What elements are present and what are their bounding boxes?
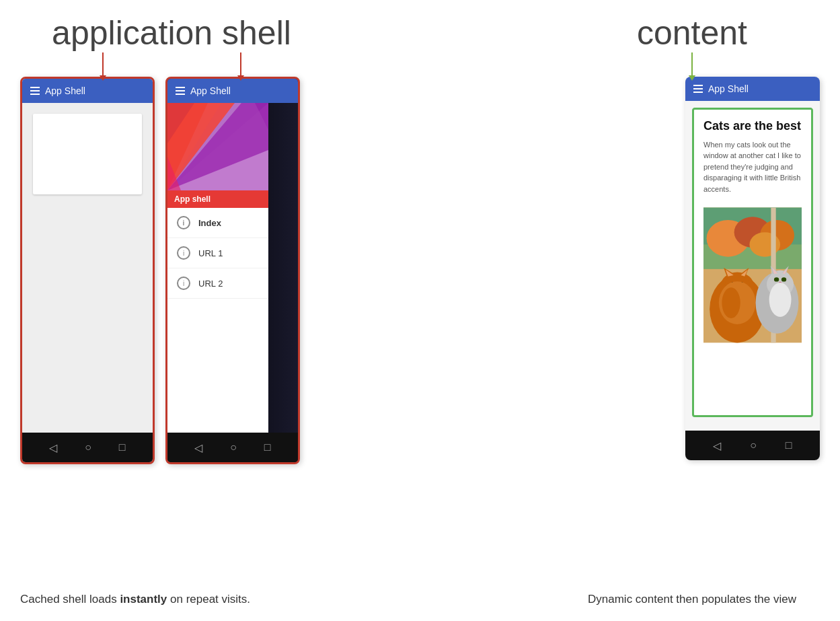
recents-icon-3: □ xyxy=(786,439,792,451)
back-icon-3: ◁ xyxy=(713,439,721,452)
hamburger-icon-2 xyxy=(176,87,185,95)
phone1-title: App Shell xyxy=(45,85,85,96)
home-icon: ○ xyxy=(85,441,91,453)
phone2-nav-bar: ◁ ○ □ xyxy=(167,433,298,462)
phone3-nav-bar: ◁ ○ □ xyxy=(685,431,820,460)
drawer-header-image xyxy=(167,103,268,190)
drawer-shadow xyxy=(268,103,298,433)
phone1-nav-bar: ◁ ○ □ xyxy=(22,433,153,462)
recents-icon: □ xyxy=(119,441,126,453)
phone1-body xyxy=(22,103,153,433)
back-icon: ◁ xyxy=(49,441,57,454)
info-icon-url1: i xyxy=(177,246,190,260)
phone-1: App Shell ◁ ○ □ xyxy=(20,77,155,464)
content-heading: content xyxy=(637,14,747,52)
hamburger-icon-3 xyxy=(693,85,703,93)
drawer-item-index-label: Index xyxy=(198,218,221,228)
home-icon-2: ○ xyxy=(230,441,237,453)
drawer-container: App shell i Index i URL 1 i URL 2 xyxy=(167,103,298,433)
svg-point-34 xyxy=(774,277,779,281)
application-shell-heading: application shell xyxy=(52,14,291,52)
svg-point-26 xyxy=(722,287,740,318)
phone2-header: App Shell xyxy=(167,79,298,103)
phone-2: App Shell xyxy=(165,77,300,464)
svg-point-37 xyxy=(769,283,792,317)
cat-image xyxy=(703,201,802,349)
info-icon-index: i xyxy=(177,216,190,229)
drawer-item-url1-label: URL 1 xyxy=(198,248,223,258)
bottom-text-left: Cached shell loads instantly on repeat v… xyxy=(20,591,323,608)
bottom-text-right: Dynamic content then populates the view xyxy=(564,591,820,608)
drawer-item-index[interactable]: i Index xyxy=(167,208,268,238)
drawer-item-url1[interactable]: i URL 1 xyxy=(167,238,268,268)
drawer-item-url2[interactable]: i URL 2 xyxy=(167,268,268,299)
phone-3: App Shell Cats are the best When my cats… xyxy=(685,77,820,460)
phone3-body: Cats are the best When my cats look out … xyxy=(685,101,820,431)
phone3-header: App Shell xyxy=(685,77,820,101)
back-icon-2: ◁ xyxy=(194,441,202,454)
drawer-item-url2-label: URL 2 xyxy=(198,279,223,289)
drawer-app-label: App shell xyxy=(167,190,268,208)
info-icon-url2: i xyxy=(177,277,190,290)
svg-point-35 xyxy=(781,277,786,281)
home-icon-3: ○ xyxy=(750,439,757,451)
content-card-body: When my cats look out the window at anot… xyxy=(703,139,802,195)
drawer-panel: App shell i Index i URL 1 i URL 2 xyxy=(167,103,268,433)
phone3-title: App Shell xyxy=(708,83,749,94)
content-card-title: Cats are the best xyxy=(703,119,802,134)
phone2-title: App Shell xyxy=(190,85,231,96)
content-placeholder xyxy=(33,114,142,194)
recents-icon-2: □ xyxy=(264,441,271,453)
hamburger-icon xyxy=(30,87,40,95)
phone1-header: App Shell xyxy=(22,79,153,103)
content-card: Cats are the best When my cats look out … xyxy=(692,108,813,417)
